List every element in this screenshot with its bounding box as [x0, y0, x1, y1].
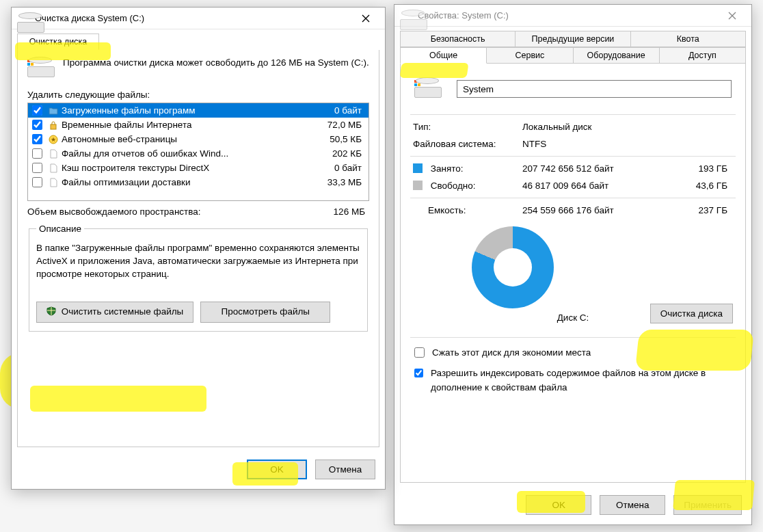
close-button[interactable]: [351, 8, 381, 29]
page-icon: [48, 148, 59, 159]
file-row[interactable]: Загруженные файлы программ0 байт: [28, 103, 369, 118]
free-human: 43,6 ГБ: [666, 181, 733, 191]
free-swatch-icon: [413, 181, 423, 190]
close-button[interactable]: [717, 5, 747, 26]
file-checkbox[interactable]: [32, 120, 42, 130]
file-name: Кэш построителя текстуры DirectX: [62, 163, 307, 173]
cleanup-system-button[interactable]: Очистить системные файлы: [36, 302, 193, 323]
file-size: 50,5 КБ: [310, 134, 364, 144]
free-label: Свободно:: [413, 181, 522, 191]
used-label: Занято:: [413, 163, 522, 174]
shield-icon: [46, 306, 56, 318]
file-row[interactable]: Файлы для отчетов об ошибках Wind...202 …: [28, 146, 369, 161]
file-size: 0 байт: [310, 163, 364, 173]
page-icon: [48, 163, 59, 174]
tab-предыдущие версии[interactable]: Предыдущие версии: [515, 31, 630, 47]
index-checkbox[interactable]: Разрешить индексировать содержимое файло…: [412, 367, 734, 395]
file-row[interactable]: Кэш построителя текстуры DirectX0 байт: [28, 161, 369, 175]
window-title: Очистка диска System (C:): [35, 13, 351, 23]
fs-value: NTFS: [522, 139, 733, 149]
dialog-footer: OK Отмена: [12, 453, 385, 489]
lock-icon: [48, 120, 59, 131]
file-name: Временные файлы Интернета: [62, 120, 307, 130]
file-size: 202 КБ: [310, 148, 364, 159]
tab-оборудование[interactable]: Оборудование: [573, 47, 660, 64]
file-size: 33,3 МБ: [310, 177, 364, 187]
total-value: 126 МБ: [334, 207, 369, 217]
file-checkbox[interactable]: [32, 134, 42, 144]
drive-icon: [400, 10, 412, 22]
file-size: 0 байт: [310, 105, 364, 116]
used-bytes: 207 742 656 512 байт: [522, 163, 666, 174]
file-checkbox[interactable]: [32, 148, 42, 159]
cancel-button[interactable]: Отмена: [600, 495, 665, 515]
file-name: Загруженные файлы программ: [62, 105, 307, 116]
cap-human: 237 ГБ: [666, 205, 733, 215]
drive-icon: [27, 57, 55, 80]
folder-icon: [48, 105, 59, 116]
file-row[interactable]: Файлы оптимизации доставки33,3 МБ: [28, 175, 369, 189]
svg-rect-0: [51, 124, 56, 129]
description-legend: Описание: [36, 224, 84, 234]
page-icon: [48, 177, 59, 188]
tab-общие[interactable]: Общие: [400, 47, 487, 64]
tab-cleanup[interactable]: Очистка диска: [17, 34, 99, 50]
cleanup-panel: Программа очистки диска может освободить…: [17, 50, 379, 447]
volume-name-input[interactable]: [457, 80, 732, 98]
free-bytes: 46 817 009 664 байт: [522, 181, 666, 191]
disk-cleanup-button[interactable]: Очистка диска: [650, 304, 733, 323]
tab-сервис[interactable]: Сервис: [486, 47, 573, 64]
file-name: Автономные веб-страницы: [62, 134, 307, 144]
ok-button[interactable]: OK: [247, 460, 307, 479]
description-box: Описание В папке "Загруженные файлы прог…: [29, 224, 368, 332]
apply-button[interactable]: Применить: [673, 495, 742, 515]
tabstrip: Очистка диска: [12, 29, 385, 50]
compress-checkbox[interactable]: Сжать этот диск для экономии места: [412, 346, 734, 360]
cap-bytes: 254 559 666 176 байт: [522, 205, 666, 215]
dialog-footer: OK Отмена Применить: [394, 488, 751, 524]
tab-квота[interactable]: Квота: [630, 31, 746, 47]
file-checkbox[interactable]: [32, 177, 42, 187]
type-label: Тип:: [413, 122, 522, 132]
ok-button[interactable]: OK: [526, 495, 591, 515]
drive-icon: [414, 77, 442, 101]
type-value: Локальный диск: [522, 122, 733, 132]
window-title: Свойства: System (C:): [418, 10, 717, 21]
tab-доступ[interactable]: Доступ: [659, 47, 746, 64]
list-label: Удалить следующие файлы:: [27, 90, 369, 100]
titlebar[interactable]: Свойства: System (C:): [394, 5, 751, 27]
used-swatch-icon: [413, 163, 423, 173]
file-row[interactable]: Временные файлы Интернета72,0 МБ: [28, 118, 369, 132]
fs-label: Файловая система:: [413, 139, 522, 149]
app-icon: [17, 12, 29, 25]
file-checkbox[interactable]: [32, 105, 42, 116]
cap-label: Емкость:: [413, 205, 522, 215]
file-size: 72,0 МБ: [310, 120, 364, 130]
properties-panel: Тип: Локальный диск Файловая система: NT…: [400, 64, 746, 483]
tab-безопасность[interactable]: Безопасность: [400, 31, 516, 47]
titlebar[interactable]: Очистка диска System (C:): [12, 8, 385, 29]
svg-text:★: ★: [51, 136, 56, 143]
star-icon: ★: [48, 134, 59, 145]
cancel-button[interactable]: Отмена: [315, 460, 375, 479]
drive-properties-window: Свойства: System (C:) БезопасностьПредыд…: [394, 4, 752, 525]
file-row[interactable]: ★Автономные веб-страницы50,5 КБ: [28, 132, 369, 146]
file-checkbox[interactable]: [32, 163, 42, 173]
view-files-button[interactable]: Просмотреть файлы: [200, 302, 330, 323]
usage-chart: [472, 226, 554, 308]
description-text: В папке "Загруженные файлы программ" вре…: [36, 242, 360, 281]
file-name: Файлы для отчетов об ошибках Wind...: [62, 148, 307, 159]
disk-cleanup-window: Очистка диска System (C:) Очистка диска …: [11, 7, 386, 490]
used-human: 193 ГБ: [666, 163, 733, 174]
file-name: Файлы оптимизации доставки: [62, 177, 307, 187]
tabstrip: БезопасностьПредыдущие версииКвота Общие…: [394, 27, 751, 64]
total-label: Объем высвобождаемого пространства:: [27, 207, 201, 217]
intro-text: Программа очистки диска может освободить…: [63, 57, 369, 80]
file-list[interactable]: Загруженные файлы программ0 байтВременны…: [27, 103, 369, 201]
